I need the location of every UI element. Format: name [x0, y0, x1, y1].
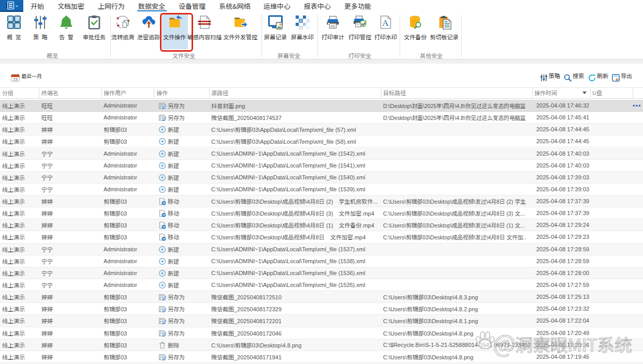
svg-text:A: A: [382, 18, 389, 28]
svg-text:23: 23: [13, 77, 17, 82]
